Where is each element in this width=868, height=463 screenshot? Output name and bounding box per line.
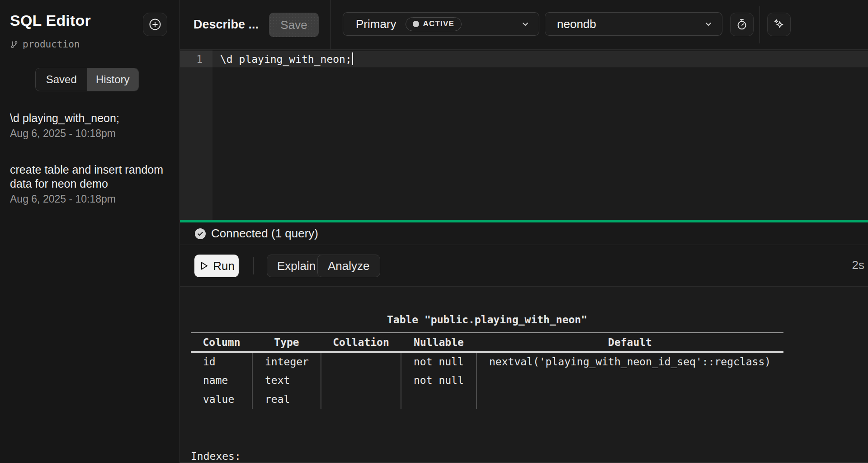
table-row: valuereal bbox=[191, 390, 783, 409]
code-text: \d playing_with_neon; bbox=[220, 53, 352, 65]
table-cell: not null bbox=[401, 371, 476, 390]
table-cell: name bbox=[191, 371, 252, 390]
results-panel: Table "public.playing_with_neon" ColumnT… bbox=[180, 287, 868, 463]
indexes-section: Indexes: "playing_with_neon_pkey" PRIMAR… bbox=[191, 409, 868, 463]
history-item-title: \d playing_with_neon; bbox=[10, 111, 175, 125]
table-cell bbox=[476, 390, 783, 409]
table-cell bbox=[321, 352, 401, 371]
results-table: ColumnTypeCollationNullableDefault idint… bbox=[191, 332, 783, 409]
table-row: idintegernot nullnextval('playing_with_n… bbox=[191, 352, 783, 371]
table-cell: value bbox=[191, 390, 252, 409]
history-item-title: create table and insert random data for … bbox=[10, 163, 175, 191]
run-button-label: Run bbox=[213, 259, 235, 273]
tab-history[interactable]: History bbox=[87, 68, 139, 91]
status-badge-label: ACTIVE bbox=[423, 19, 455, 28]
chevron-down-icon bbox=[520, 19, 531, 29]
sparkles-icon bbox=[772, 18, 786, 31]
history-item-timestamp: Aug 6, 2025 - 10:18pm bbox=[10, 127, 175, 140]
table-cell bbox=[321, 390, 401, 409]
sql-editor-app: SQL Editor production Saved History \d p bbox=[0, 0, 868, 463]
query-tab-title: Describe ... bbox=[193, 18, 259, 32]
sidebar: SQL Editor production Saved History \d p bbox=[0, 0, 180, 463]
branch-selector-value: Primary bbox=[356, 17, 396, 31]
saved-history-toggle: Saved History bbox=[35, 68, 139, 91]
results-column-header: Type bbox=[252, 333, 321, 352]
branch-indicator: production bbox=[10, 39, 80, 50]
stopwatch-icon bbox=[736, 18, 748, 31]
code-line[interactable]: \d playing_with_neon; bbox=[220, 51, 353, 67]
run-button[interactable]: Run bbox=[194, 255, 239, 277]
table-cell bbox=[476, 371, 783, 390]
table-cell: text bbox=[252, 371, 321, 390]
branch-selector-dropdown[interactable]: Primary ACTIVE bbox=[343, 12, 539, 36]
table-cell: id bbox=[191, 352, 252, 371]
results-column-header: Collation bbox=[321, 333, 401, 352]
main-panel: Describe ... Save Primary ACTIVE neondb bbox=[180, 0, 868, 463]
analyze-button[interactable]: Analyze bbox=[317, 255, 380, 277]
connection-status-text: Connected (1 query) bbox=[211, 227, 318, 241]
new-query-button[interactable] bbox=[143, 13, 167, 36]
connection-status-bar: Connected (1 query) bbox=[180, 222, 868, 245]
table-cell: nextval('playing_with_neon_id_seq'::regc… bbox=[476, 352, 783, 371]
play-icon bbox=[198, 260, 209, 271]
query-toolbar: Run Explain Analyze 2s bbox=[180, 245, 868, 287]
toolbar-separator bbox=[253, 257, 254, 274]
code-editor[interactable]: 1 \d playing_with_neon; bbox=[180, 50, 868, 220]
chevron-down-icon bbox=[703, 19, 714, 29]
database-selector-dropdown[interactable]: neondb bbox=[545, 12, 722, 36]
table-cell: integer bbox=[252, 352, 321, 371]
history-item[interactable]: \d playing_with_neon; Aug 6, 2025 - 10:1… bbox=[10, 111, 175, 140]
query-duration: 2s bbox=[852, 258, 864, 272]
results-header-row: ColumnTypeCollationNullableDefault bbox=[191, 333, 783, 352]
page-title: SQL Editor bbox=[10, 12, 91, 29]
status-dot-icon bbox=[413, 21, 419, 27]
text-cursor bbox=[352, 52, 353, 65]
query-tab: Describe ... Save bbox=[180, 0, 331, 49]
ai-assist-button[interactable] bbox=[767, 13, 791, 36]
git-branch-icon bbox=[10, 40, 19, 49]
results-column-header: Nullable bbox=[401, 333, 476, 352]
topbar-divider bbox=[760, 6, 760, 43]
history-item[interactable]: create table and insert random data for … bbox=[10, 163, 175, 205]
table-cell bbox=[401, 390, 476, 409]
table-row: nametextnot null bbox=[191, 371, 783, 390]
database-selector-value: neondb bbox=[557, 17, 596, 31]
editor-gutter bbox=[180, 50, 212, 220]
top-bar: Describe ... Save Primary ACTIVE neondb bbox=[180, 0, 868, 50]
line-number: 1 bbox=[180, 51, 203, 67]
circle-plus-icon bbox=[148, 18, 162, 31]
indexes-label: Indexes: bbox=[191, 447, 868, 463]
branch-name: production bbox=[23, 39, 80, 50]
status-badge: ACTIVE bbox=[406, 17, 462, 31]
table-cell bbox=[321, 371, 401, 390]
table-cell: not null bbox=[401, 352, 476, 371]
results-column-header: Column bbox=[191, 333, 252, 352]
results-column-header: Default bbox=[476, 333, 783, 352]
results-table-title: Table "public.playing_with_neon" bbox=[191, 310, 783, 329]
history-item-timestamp: Aug 6, 2025 - 10:18pm bbox=[10, 193, 175, 205]
save-button[interactable]: Save bbox=[269, 13, 319, 37]
query-timer-button[interactable] bbox=[730, 13, 754, 36]
check-circle-icon bbox=[195, 228, 206, 239]
tab-saved[interactable]: Saved bbox=[36, 68, 87, 91]
table-cell: real bbox=[252, 390, 321, 409]
